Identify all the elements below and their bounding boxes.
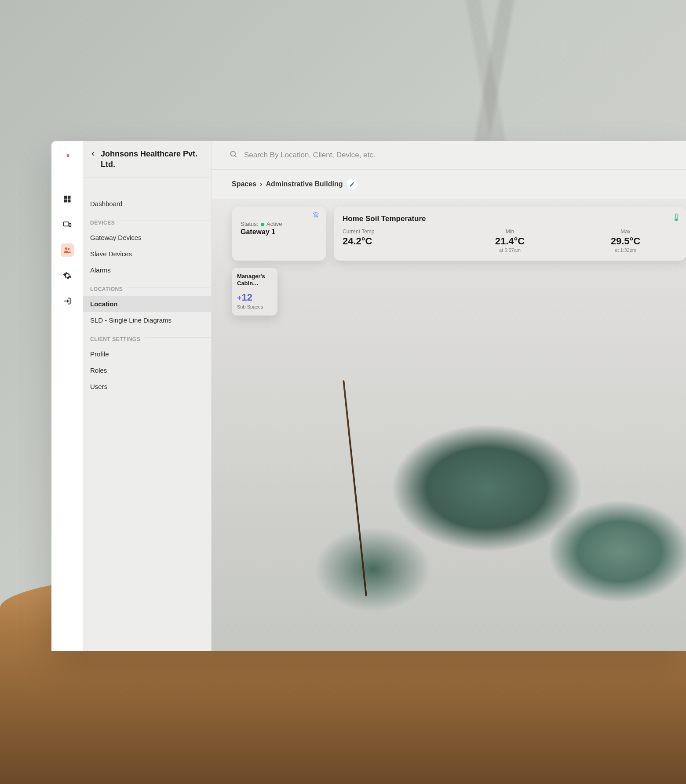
app-window: ›› Johnsons Healthcare Pvt. Ltd. Dashboa… — [51, 141, 686, 651]
nav-section-devices: DEVICES — [83, 212, 211, 229]
side-nav: Johnsons Healthcare Pvt. Ltd. Dashboard … — [83, 141, 212, 651]
svg-point-10 — [314, 216, 315, 217]
svg-point-12 — [317, 216, 317, 217]
temperature-card[interactable]: Home Soil Temperature Current Temp 24.2°… — [334, 207, 686, 261]
svg-point-7 — [68, 248, 69, 250]
svg-point-6 — [65, 247, 67, 250]
temp-min: Min 21.4°C at 5:57am — [458, 229, 562, 253]
users-icon[interactable] — [61, 243, 74, 257]
nav-item-slave-devices[interactable]: Slave Devices — [83, 246, 211, 262]
temp-max: Max 29.5°C at 1:32pm — [574, 229, 677, 253]
search-input[interactable] — [244, 151, 668, 160]
org-title: Johnsons Healthcare Pvt. Ltd. — [101, 149, 204, 170]
search-bar — [212, 141, 686, 170]
svg-rect-2 — [64, 200, 67, 203]
breadcrumb-current: Adminstrative Building — [266, 180, 343, 188]
temp-current: Current Temp 24.2°C — [343, 229, 446, 253]
nav-item-gateway-devices[interactable]: Gateway Devices — [83, 229, 211, 246]
nav-item-alarms[interactable]: Alarms — [83, 262, 211, 278]
nav-section-locations: LOCATIONS — [83, 278, 211, 296]
search-icon — [229, 150, 238, 160]
svg-point-8 — [230, 151, 235, 156]
temp-card-title: Home Soil Temperature — [343, 214, 677, 223]
gateway-card[interactable]: Status: Active Gateway 1 — [232, 207, 326, 261]
svg-rect-0 — [64, 196, 67, 199]
svg-point-13 — [675, 219, 677, 220]
nav-item-location[interactable]: Location — [83, 296, 211, 312]
gateway-name: Gateway 1 — [241, 228, 317, 236]
thermometer-icon — [673, 213, 680, 224]
svg-point-11 — [315, 216, 316, 217]
expand-sidebar-button[interactable]: ›› — [66, 151, 68, 160]
nav-item-users[interactable]: Users — [83, 378, 211, 395]
subspace-card[interactable]: Manager's Cabin… +12 Sub Spaces — [232, 268, 277, 316]
nav-section-client-settings: CLIENT SETTINGS — [83, 328, 211, 346]
subspace-count: +12 — [237, 292, 272, 303]
svg-rect-5 — [69, 224, 71, 227]
breadcrumb-root[interactable]: Spaces — [232, 180, 256, 188]
subspace-label: Sub Spaces — [237, 304, 272, 309]
logout-icon[interactable] — [61, 294, 74, 308]
nav-body: Dashboard DEVICES Gateway Devices Slave … — [83, 178, 211, 403]
icon-rail: ›› — [51, 141, 83, 651]
settings-icon[interactable] — [61, 269, 74, 282]
nav-item-roles[interactable]: Roles — [83, 362, 211, 378]
content-background — [212, 199, 686, 651]
dashboard-icon[interactable] — [61, 192, 74, 206]
svg-rect-1 — [67, 196, 70, 199]
temp-stats: Current Temp 24.2°C Min 21.4°C at 5:57am… — [343, 229, 677, 253]
subspace-name: Manager's Cabin… — [237, 273, 272, 287]
chevron-right-icon: › — [260, 180, 262, 188]
side-nav-header: Johnsons Healthcare Pvt. Ltd. — [83, 141, 211, 178]
nav-item-dashboard[interactable]: Dashboard — [83, 196, 211, 212]
edit-button[interactable] — [347, 178, 358, 190]
content-area: Status: Active Gateway 1 Home Soil Tempe… — [212, 199, 686, 651]
main-content: Spaces › Adminstrative Building Status: … — [212, 141, 686, 651]
status-dot-icon — [261, 223, 264, 226]
devices-icon[interactable] — [61, 218, 74, 231]
nav-item-profile[interactable]: Profile — [83, 346, 211, 362]
gateway-status: Status: Active — [241, 221, 317, 227]
svg-rect-4 — [63, 222, 69, 226]
breadcrumb: Spaces › Adminstrative Building — [212, 170, 686, 199]
svg-rect-3 — [67, 200, 70, 203]
nav-item-sld[interactable]: SLD - Single Line Diagrams — [83, 312, 211, 328]
router-icon — [312, 211, 320, 221]
back-button[interactable] — [90, 150, 96, 160]
